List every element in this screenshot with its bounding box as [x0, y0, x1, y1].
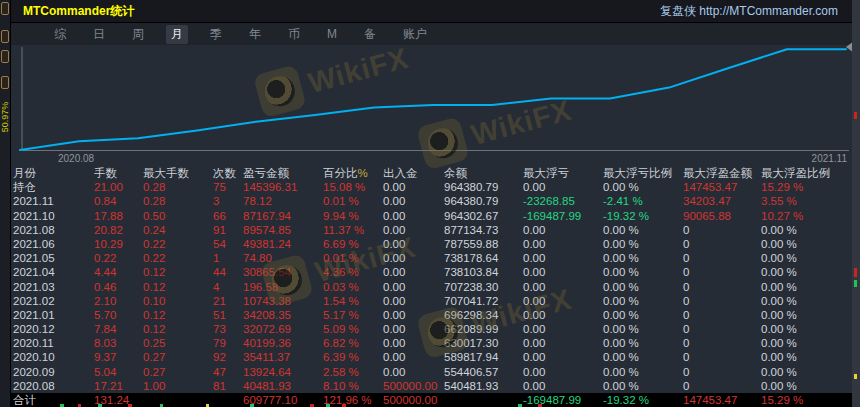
cell-max_dd_pct: 0.00 % — [603, 350, 683, 364]
equity-curve-line — [20, 49, 846, 150]
cell-max_lots: 0.12 — [143, 322, 213, 336]
cell-max_dd_pct: 0.00 % — [603, 280, 683, 294]
cell-pct: 1.54 % — [323, 294, 383, 308]
cell-inout: 0.00 — [383, 180, 444, 194]
table-row-2020.10[interactable]: 2020.109.370.279235411.376.39 %0.0058981… — [11, 350, 852, 364]
cell-lots: 21.00 — [94, 180, 143, 194]
menu-item-季[interactable]: 季 — [205, 25, 227, 44]
background-app-strip: 50.97% — [0, 0, 10, 407]
cell-max_dd: 0.00 — [523, 308, 603, 322]
brand-link[interactable]: 复盘侠 http://MTCommander.com — [660, 3, 852, 20]
table-row-2020.12[interactable]: 2020.127.840.127332072.695.09 %0.0066208… — [11, 322, 852, 336]
cell-max_lots: 0.25 — [143, 336, 213, 350]
menu-item-M[interactable]: M — [322, 26, 342, 42]
cell-pct: 15.08 % — [323, 180, 383, 194]
table-row-2021.10[interactable]: 2021.1017.880.506687167.949.94 %0.009643… — [11, 209, 852, 223]
menu-item-周[interactable]: 周 — [127, 25, 149, 44]
cell-max_fp: 0 — [683, 308, 761, 322]
cell-max_dd: 0.00 — [523, 322, 603, 336]
table-row-持仓[interactable]: 持仓21.000.2875145396.3115.08 %0.00964380.… — [11, 180, 852, 194]
cell-inout: 0.00 — [383, 265, 444, 279]
cell-pct: 0.01 % — [323, 194, 383, 208]
table-row-2021.01[interactable]: 2021.015.700.125134208.355.17 %0.0069629… — [11, 308, 852, 322]
background-toolbar-icon — [1, 76, 9, 89]
cell-lots: 10.29 — [94, 237, 143, 251]
table-row-2021.03[interactable]: 2021.030.460.124196.580.03 %0.00707238.3… — [11, 280, 852, 294]
cell-month: 2021.08 — [13, 223, 94, 237]
cell-max_fp_pct: 3.55 % — [761, 194, 852, 208]
cell-lots: 0.84 — [94, 194, 143, 208]
cell-balance: 630017.30 — [444, 336, 523, 350]
table-row-2021.02[interactable]: 2021.022.100.102110743.381.54 %0.0070704… — [11, 294, 852, 308]
cell-pnl: 89574.85 — [243, 223, 323, 237]
cell-max_fp: 0 — [683, 265, 761, 279]
background-mark — [854, 268, 857, 277]
col-header-pct: 百分比% — [323, 166, 383, 180]
table-row-2020.09[interactable]: 2020.095.040.274713924.642.58 %0.0055440… — [11, 365, 852, 379]
cell-lots: 9.37 — [94, 350, 143, 364]
col-header-lots: 手数 — [94, 166, 143, 180]
cell-count: 75 — [213, 180, 243, 194]
cell-count: 4 — [213, 280, 243, 294]
table-row-2021.08[interactable]: 2021.0820.820.249189574.8511.37 %0.00877… — [11, 223, 852, 237]
cell-max_fp_pct: 0.00 % — [761, 308, 852, 322]
menu-item-月[interactable]: 月 — [166, 25, 188, 44]
menu-item-年[interactable]: 年 — [244, 25, 266, 44]
cell-max_fp: 147453.47 — [683, 180, 761, 194]
cell-max_fp: 0 — [683, 294, 761, 308]
cell-balance: 707041.72 — [444, 294, 523, 308]
cell-inout: 0.00 — [383, 365, 444, 379]
cell-month: 2021.10 — [13, 209, 94, 223]
cell-max_dd_pct: 0.00 % — [603, 379, 683, 393]
period-menu-bar: 综日周月季年币M备账户 — [11, 23, 852, 45]
table-header-row: 月份手数最大手数次数盈亏金额百分比%出入金余额最大浮亏最大浮亏比例最大浮盈金额最… — [11, 166, 852, 180]
cell-max_lots: 0.50 — [143, 209, 213, 223]
cell-max_fp: 0 — [683, 280, 761, 294]
cell-inout: 0.00 — [383, 322, 444, 336]
menu-item-账户[interactable]: 账户 — [398, 25, 432, 44]
cell-month: 2020.12 — [13, 322, 94, 336]
cell-month: 2021.05 — [13, 251, 94, 265]
cell-max_lots: 0.22 — [143, 237, 213, 251]
col-header-max_dd: 最大浮亏 — [523, 166, 603, 180]
cell-pct: 4.36 % — [323, 265, 383, 279]
cell-pnl: 87167.94 — [243, 209, 323, 223]
table-row-2021.06[interactable]: 2021.0610.290.225449381.246.69 %0.007875… — [11, 237, 852, 251]
cell-max_dd: 0.00 — [523, 350, 603, 364]
cell-max_dd: 0.00 — [523, 379, 603, 393]
cell-max_dd: 0.00 — [523, 223, 603, 237]
cell-lots: 4.44 — [94, 265, 143, 279]
cell-max_dd_pct: 0.00 % — [603, 322, 683, 336]
cell-max_dd_pct: 0.00 % — [603, 365, 683, 379]
cell-count: 66 — [213, 209, 243, 223]
table-row-2020.08[interactable]: 2020.0817.211.008140481.938.10 %500000.0… — [11, 379, 852, 393]
cell-max_fp: 0 — [683, 237, 761, 251]
cell-max_fp_pct: 0.00 % — [761, 350, 852, 364]
menu-item-日[interactable]: 日 — [88, 25, 110, 44]
cell-count: 73 — [213, 322, 243, 336]
cell-balance: 964380.79 — [444, 180, 523, 194]
cell-pnl: 196.58 — [243, 280, 323, 294]
cell-count: 21 — [213, 294, 243, 308]
cell-max_dd_pct: 0.00 % — [603, 294, 683, 308]
cell-balance: 964380.79 — [444, 194, 523, 208]
cell-balance: 964302.67 — [444, 209, 523, 223]
cell-balance: 787559.88 — [444, 237, 523, 251]
cell-max_fp_pct: 0.00 % — [761, 251, 852, 265]
table-row-2021.05[interactable]: 2021.050.220.22174.800.01 %0.00738178.64… — [11, 251, 852, 265]
table-row-2021.04[interactable]: 2021.044.440.124430865.544.36 %0.0073810… — [11, 265, 852, 279]
cell-pct: 9.94 % — [323, 209, 383, 223]
cell-pct: 5.17 % — [323, 308, 383, 322]
cell-month: 2021.11 — [13, 194, 94, 208]
menu-item-备[interactable]: 备 — [359, 25, 381, 44]
table-row-2021.11[interactable]: 2021.110.840.28378.120.01 %0.00964380.79… — [11, 194, 852, 208]
cell-max_dd_pct: 0.00 % — [603, 308, 683, 322]
cell-count: 51 — [213, 308, 243, 322]
col-header-max_dd_pct: 最大浮亏比例 — [603, 166, 683, 180]
menu-item-币[interactable]: 币 — [283, 25, 305, 44]
cell-lots: 7.84 — [94, 322, 143, 336]
cell-pnl: 32072.69 — [243, 322, 323, 336]
cell-pct: 8.10 % — [323, 379, 383, 393]
menu-item-综[interactable]: 综 — [49, 25, 71, 44]
table-row-2020.11[interactable]: 2020.118.030.257940199.366.82 %0.0063001… — [11, 336, 852, 350]
